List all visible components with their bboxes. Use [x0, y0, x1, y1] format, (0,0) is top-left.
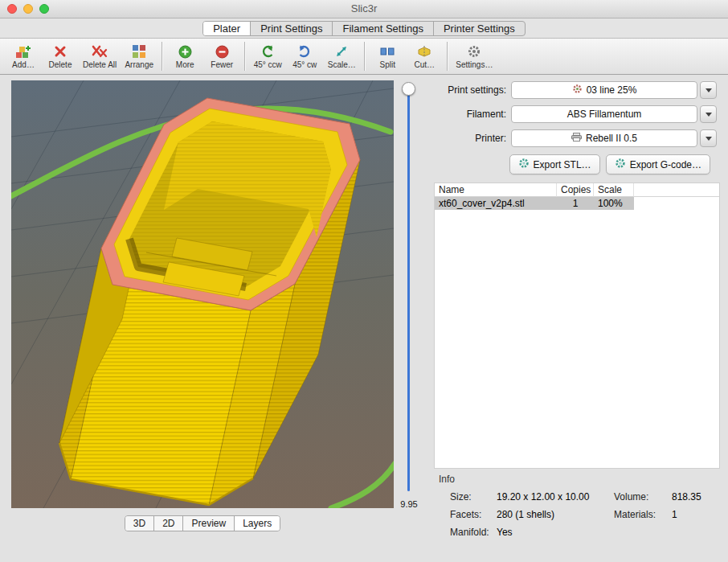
view-tab-3d[interactable]: 3D	[125, 516, 154, 531]
3d-viewport[interactable]	[11, 80, 394, 508]
delete-all-button[interactable]: Delete All	[79, 43, 121, 70]
titlebar: Slic3r	[0, 0, 728, 18]
printer-value: Rebell II 0.5	[586, 133, 637, 144]
object-list-header: Name Copies Scale	[435, 183, 719, 197]
chevron-down-icon	[706, 113, 712, 117]
window-title: Slic3r	[0, 0, 728, 18]
materials-value: 1	[672, 509, 717, 520]
right-panel: Print settings: 03 line 25% Filament: AB…	[434, 75, 720, 538]
printer-dropdown-button[interactable]	[700, 129, 717, 147]
toolbar-separator	[162, 42, 162, 71]
manifold-value: Yes	[497, 527, 614, 538]
cut-button[interactable]: Cut…	[406, 43, 443, 70]
main-tab-bar: Plater Print Settings Filament Settings …	[0, 18, 728, 38]
toolbar: Add… Delete Delete All Arrange More Fewe…	[0, 38, 728, 75]
manifold-label: Manifold:	[450, 527, 497, 538]
size-value: 19.20 x 12.00 x 10.00	[497, 491, 614, 503]
cell-scale: 100%	[594, 197, 634, 210]
view-mode-tabs: 3D 2D Preview Layers	[11, 515, 394, 531]
minimize-button[interactable]	[23, 4, 33, 14]
delete-icon	[54, 44, 67, 59]
gear-icon	[518, 158, 530, 171]
column-header-spacer	[634, 183, 719, 197]
cell-spacer	[634, 197, 719, 210]
print-settings-select[interactable]: 03 line 25%	[511, 81, 697, 99]
column-header-name[interactable]: Name	[435, 183, 557, 197]
volume-label: Volume:	[614, 491, 672, 503]
column-header-copies[interactable]: Copies	[557, 183, 594, 197]
table-row[interactable]: xt60_cover_v2p4.stl 1 100%	[435, 197, 719, 210]
main-tabs: Plater Print Settings Filament Settings …	[202, 21, 526, 36]
filament-select[interactable]: ABS Fillamentum	[511, 105, 697, 123]
3d-canvas[interactable]	[11, 80, 394, 508]
layer-slider-track[interactable]	[407, 92, 410, 491]
layer-slider-thumb[interactable]	[402, 82, 415, 96]
printer-select[interactable]: Rebell II 0.5	[511, 129, 697, 147]
more-icon	[178, 44, 192, 59]
add-button[interactable]: Add…	[5, 43, 42, 70]
chevron-down-icon	[706, 88, 712, 92]
facets-label: Facets:	[450, 509, 497, 520]
filament-label: Filament:	[434, 109, 506, 120]
print-settings-label: Print settings:	[434, 84, 506, 96]
fewer-button[interactable]: Fewer	[203, 43, 240, 70]
export-gcode-button[interactable]: Export G-code…	[606, 154, 710, 174]
view-tab-preview[interactable]: Preview	[183, 516, 235, 531]
print-settings-value: 03 line 25%	[587, 84, 637, 96]
gear-icon	[572, 84, 583, 96]
column-header-scale[interactable]: Scale	[594, 183, 634, 197]
volume-value: 818.35	[672, 491, 717, 503]
printer-icon	[571, 133, 582, 144]
info-title: Info	[439, 474, 717, 485]
export-stl-button[interactable]: Export STL…	[509, 154, 600, 174]
delete-all-icon	[92, 44, 108, 59]
toolbar-separator	[364, 42, 365, 71]
layer-slider-value: 9.95	[391, 499, 427, 509]
traffic-lights	[7, 4, 49, 14]
tab-print-settings[interactable]: Print Settings	[251, 22, 333, 35]
view-tab-2d[interactable]: 2D	[154, 516, 183, 531]
close-button[interactable]	[7, 4, 17, 14]
rotate-ccw-icon	[260, 44, 275, 59]
tab-plater[interactable]: Plater	[203, 22, 251, 35]
gear-icon	[615, 158, 626, 171]
settings-icon	[467, 44, 481, 59]
slic3r-window: Slic3r Plater Print Settings Filament Se…	[0, 0, 728, 562]
printer-label: Printer:	[434, 133, 506, 144]
scale-icon	[334, 44, 349, 59]
settings-button[interactable]: Settings…	[452, 43, 497, 70]
arrange-button[interactable]: Arrange	[121, 43, 157, 70]
more-button[interactable]: More	[166, 43, 203, 70]
print-settings-dropdown-button[interactable]	[700, 81, 717, 99]
cut-icon	[417, 44, 431, 59]
toolbar-separator	[244, 42, 245, 71]
split-icon	[380, 44, 395, 59]
view-tab-layers[interactable]: Layers	[235, 516, 280, 531]
cell-copies: 1	[557, 197, 594, 210]
filament-value: ABS Fillamentum	[567, 109, 642, 120]
cell-name: xt60_cover_v2p4.stl	[435, 197, 557, 210]
rotate-ccw-button[interactable]: 45° ccw	[249, 43, 286, 70]
facets-value: 280 (1 shells)	[497, 509, 614, 520]
rotate-cw-button[interactable]: 45° cw	[286, 43, 323, 70]
object-list: Name Copies Scale xt60_cover_v2p4.stl 1 …	[434, 183, 720, 469]
add-icon	[15, 44, 31, 59]
rotate-cw-icon	[297, 44, 312, 59]
delete-button[interactable]: Delete	[42, 43, 79, 70]
tab-filament-settings[interactable]: Filament Settings	[333, 22, 433, 35]
toolbar-separator	[447, 42, 448, 71]
tab-printer-settings[interactable]: Printer Settings	[434, 22, 525, 35]
split-button[interactable]: Split	[369, 43, 406, 70]
filament-dropdown-button[interactable]	[700, 105, 717, 123]
materials-label: Materials:	[614, 509, 672, 520]
main-area: 9.95 3D 2D Preview Layers Print settings…	[0, 75, 728, 562]
fewer-icon	[215, 44, 229, 59]
zoom-button[interactable]	[39, 4, 49, 14]
arrange-icon	[132, 44, 146, 59]
chevron-down-icon	[706, 137, 712, 141]
size-label: Size:	[450, 491, 497, 503]
info-section: Info Size: 19.20 x 12.00 x 10.00 Volume:…	[434, 471, 720, 538]
scale-button[interactable]: Scale…	[323, 43, 360, 70]
layer-slider: 9.95	[397, 80, 421, 512]
